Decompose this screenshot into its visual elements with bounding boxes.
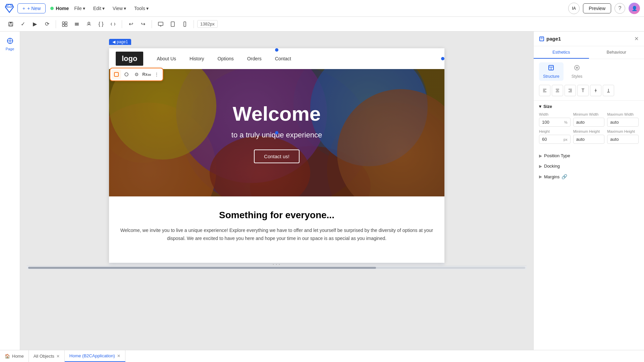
home-label-text: Home	[56, 6, 69, 11]
redo-button[interactable]: ↪	[138, 19, 148, 29]
docking-row[interactable]: ▶ Docking	[534, 161, 644, 171]
nav-links: About Us History Options Orders Contact	[157, 56, 291, 61]
link-icon: 🔗	[561, 174, 567, 179]
chevron-right-icon: ▶	[539, 174, 542, 179]
scroll-thumb[interactable]	[28, 267, 376, 269]
view-menu[interactable]: View ▾	[110, 4, 129, 12]
new-button[interactable]: + + New	[17, 3, 46, 13]
size-section-header[interactable]: ▾ Size	[534, 101, 644, 112]
layers-button[interactable]	[71, 19, 82, 29]
save-button[interactable]	[5, 19, 16, 29]
hero-title: Welcome	[231, 102, 322, 125]
width-field-group: Width 100 %	[539, 112, 571, 127]
canvas-bottom-resize[interactable]: • • •	[109, 263, 444, 265]
subtab-structure[interactable]: Structure	[539, 62, 564, 81]
code-button[interactable]: { }	[96, 19, 106, 29]
new-button-label: + New	[27, 6, 41, 11]
size-fields: Width 100 % Minimum Width auto Maximum	[534, 112, 644, 150]
horizontal-scrollbar[interactable]	[27, 265, 527, 269]
check-button[interactable]: ✓	[17, 19, 28, 29]
help-button[interactable]: ?	[614, 3, 625, 14]
edit-menu[interactable]: Edit ▾	[91, 4, 107, 12]
el-select-button[interactable]	[112, 70, 121, 79]
align-top-button[interactable]	[577, 85, 589, 96]
tag-button[interactable]	[108, 19, 118, 29]
file-menu[interactable]: File ▾	[71, 4, 88, 12]
size-section: ▾ Size Width 100 % Minimum Width	[534, 100, 644, 150]
home-app-close[interactable]: ✕	[117, 354, 120, 358]
toolbar: ✓ ▶ ⟳ { } ↩ ↪ 1382px	[0, 17, 644, 32]
components-button[interactable]	[59, 19, 70, 29]
element-toolbar: ⚙ Rx₀₀ ⋮	[110, 68, 163, 81]
svg-rect-9	[62, 24, 64, 26]
chevron-down-icon: ▾	[539, 104, 541, 109]
play-button[interactable]: ▶	[30, 19, 40, 29]
nav-link-contact[interactable]: Contact	[275, 56, 291, 61]
desktop-view-button[interactable]	[155, 19, 166, 29]
height-input[interactable]: 60 px	[539, 135, 571, 144]
el-more-button[interactable]: ⋮	[152, 70, 161, 79]
min-width-input[interactable]: auto	[573, 118, 605, 127]
nav-link-orders[interactable]: Orders	[247, 56, 262, 61]
mobile-view-button[interactable]	[179, 19, 190, 29]
min-width-label: Minimum Width	[573, 112, 605, 116]
max-width-label: Maximum Width	[607, 112, 639, 116]
preview-button[interactable]: Preview	[583, 3, 611, 13]
min-height-input[interactable]: auto	[573, 135, 605, 144]
tools-menu[interactable]: Tools ▾	[131, 4, 151, 12]
refresh-button[interactable]: ⟳	[42, 19, 52, 29]
nav-link-history[interactable]: History	[190, 56, 204, 61]
max-width-input[interactable]: auto	[607, 118, 639, 127]
max-height-input[interactable]: auto	[607, 135, 639, 144]
width-input[interactable]: 100 %	[539, 118, 571, 127]
sidebar-item-page[interactable]: Page	[2, 36, 18, 53]
nav-link-options[interactable]: Options	[218, 56, 234, 61]
position-type-row[interactable]: ▶ Position Type	[534, 150, 644, 161]
el-responsive-button[interactable]: Rx₀₀	[142, 70, 151, 79]
device-width-label[interactable]: 1382px	[197, 20, 218, 28]
width-row: Width 100 % Minimum Width auto Maximum	[539, 112, 639, 127]
page-label: ◀ page1	[109, 39, 131, 45]
align-center-h-button[interactable]	[552, 85, 563, 96]
all-objects-close[interactable]: ✕	[56, 354, 60, 359]
margins-row[interactable]: ▶ Margins 🔗	[534, 171, 644, 182]
undo-button[interactable]: ↩	[125, 19, 136, 29]
svg-rect-12	[75, 24, 79, 24]
align-center-v-button[interactable]	[590, 85, 601, 96]
page-icon	[7, 38, 13, 46]
align-right-button[interactable]	[565, 85, 576, 96]
sidebar-item-label: Page	[6, 47, 14, 51]
page-icon-small	[539, 36, 544, 42]
chevron-down-icon: ▾	[124, 6, 126, 11]
toolbar-divider-2	[122, 20, 122, 28]
hero-section: Welcome to a truly unique experience Con…	[109, 69, 444, 196]
right-panel-title: page1	[539, 36, 561, 42]
styles-icon	[574, 64, 580, 73]
toolbar-divider-3	[152, 20, 152, 28]
ia-button[interactable]: IA	[568, 3, 580, 14]
docking-label: Docking	[544, 164, 560, 169]
align-left-button[interactable]	[539, 85, 550, 96]
chevron-down-icon: ▾	[83, 6, 85, 11]
svg-point-31	[576, 67, 578, 69]
bottom-tab-home-app[interactable]: Home (B2CApplication) ✕	[65, 350, 125, 362]
bottom-tab-home[interactable]: 🏠 Home	[0, 350, 29, 362]
user-avatar[interactable]: 👤	[629, 3, 640, 14]
canvas-area[interactable]: ◀ page1 ⚙ Rx₀₀ ⋮	[20, 32, 533, 350]
tablet-view-button[interactable]	[167, 19, 178, 29]
svg-rect-6	[9, 24, 12, 26]
hero-cta-button[interactable]: Contact us!	[254, 149, 300, 163]
tab-esthetics[interactable]: Esthetics	[534, 46, 589, 59]
min-height-field-group: Minimum Height auto	[573, 129, 605, 144]
resize-handle-dots: • • •	[273, 263, 281, 266]
chevron-down-icon: ▾	[146, 6, 149, 11]
el-circle-button[interactable]	[122, 70, 131, 79]
el-settings-button[interactable]: ⚙	[132, 70, 141, 79]
subtab-styles[interactable]: Styles	[568, 62, 587, 81]
align-bottom-button[interactable]	[603, 85, 614, 96]
tab-behaviour[interactable]: Behaviour	[589, 46, 644, 59]
nav-link-about[interactable]: About Us	[157, 56, 176, 61]
bottom-tab-all-objects[interactable]: All Objects ✕	[29, 350, 65, 362]
right-panel-close[interactable]: ✕	[634, 36, 639, 42]
data-button[interactable]	[84, 19, 94, 29]
